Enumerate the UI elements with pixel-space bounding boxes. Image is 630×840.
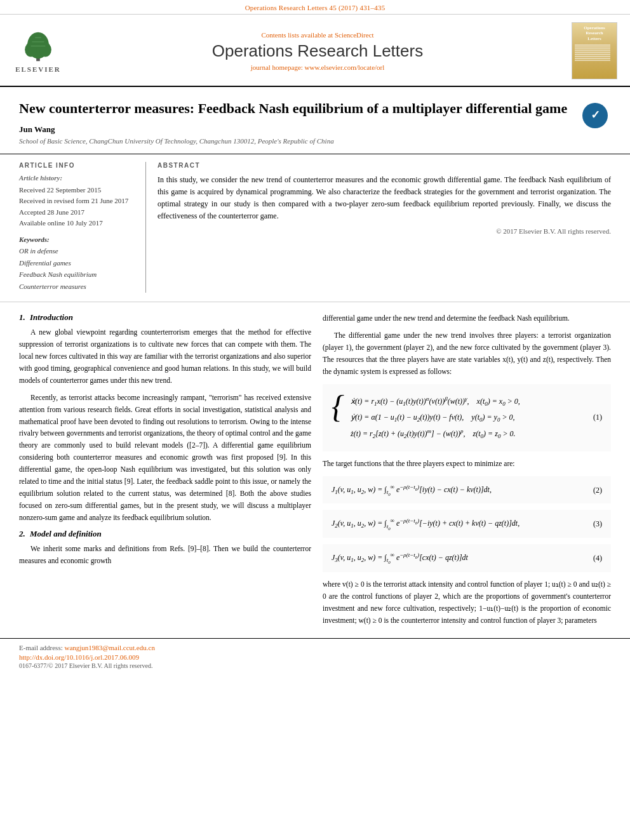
model-para-1: We inherit some marks and definitions fr… xyxy=(19,543,311,567)
page-wrapper: Operations Research Letters 45 (2017) 43… xyxy=(0,0,630,840)
svg-point-2 xyxy=(25,43,37,57)
right-para-3: where v(t) ≥ 0 is the terrorist attack i… xyxy=(323,578,611,627)
journal-title-big: Operations Research Letters xyxy=(70,41,565,61)
eq3-number: (3) xyxy=(593,516,602,531)
intro-section-title: 1. Introduction xyxy=(19,312,311,323)
copyright-notice: © 2017 Elsevier B.V. All rights reserved… xyxy=(158,227,611,235)
received-revised-date: Received in revised form 21 June 2017 xyxy=(19,196,137,207)
svg-point-3 xyxy=(39,43,51,57)
journal-top-bar: Operations Research Letters 45 (2017) 43… xyxy=(0,0,630,15)
author-name: Jun Wang xyxy=(19,124,611,135)
main-right-col: differential game under the new trend an… xyxy=(323,312,611,632)
right-intro-text: differential game under the new trend an… xyxy=(323,312,611,324)
eq1-line3: ż(t) = r2[z(t) + (u2(t)y(t))m] − (w(t))p… xyxy=(351,425,587,442)
sciencedirect-link: Contents lists available at ScienceDirec… xyxy=(70,31,565,39)
crossmark-icon: ✓ xyxy=(582,103,608,128)
eq1-number: (1) xyxy=(593,413,602,422)
equation-1-block: { ẋ(t) = r1x(t) − (u1(t)y(t))α(v(t))β(w(… xyxy=(323,384,611,451)
main-left-col: 1. Introduction A new global viewpoint r… xyxy=(19,312,311,632)
keyword-2: Differential games xyxy=(19,257,137,269)
eq1-line2: ẏ(t) = α(1 − u1(t) − u2(t))y(t) − fv(t),… xyxy=(351,410,587,425)
author-affiliation: School of Basic Science, ChangChun Unive… xyxy=(19,137,611,145)
received-date: Received 22 September 2015 xyxy=(19,185,137,196)
keyword-1: OR in defense xyxy=(19,245,137,257)
journal-cover-thumbnail: OperationsResearchLetters xyxy=(572,22,617,79)
elsevier-logo: ELSEVIER xyxy=(13,29,64,73)
equation-3-block: J2(v, u1, u2, w) = ∫t0∞ e−ρ(t−t0)[−iy(t)… xyxy=(323,510,611,538)
footer-issn: 0167-6377/© 2017 Elsevier B.V. All right… xyxy=(19,662,611,669)
article-info-label: Article Info xyxy=(19,162,137,169)
footer-email: E-mail address: wangjun1983@mail.ccut.ed… xyxy=(19,644,611,651)
elsevier-text: ELSEVIER xyxy=(15,65,61,73)
footer-section: E-mail address: wangjun1983@mail.ccut.ed… xyxy=(0,638,630,674)
right-para-2: The target functions that the three play… xyxy=(323,458,611,470)
abstract-col: Abstract In this study, we consider the … xyxy=(146,162,611,293)
abstract-label: Abstract xyxy=(158,162,611,169)
journal-homepage: journal homepage: www.elsevier.com/locat… xyxy=(70,63,565,71)
equation-lines: ẋ(t) = r1x(t) − (u1(t)y(t))α(v(t))β(w(t)… xyxy=(351,393,587,443)
email-address[interactable]: wangjun1983@mail.ccut.edu.cn xyxy=(64,644,154,651)
available-online-date: Available online 10 July 2017 xyxy=(19,218,137,229)
header-section: ELSEVIER Contents lists available at Sci… xyxy=(0,15,630,87)
header-center: Contents lists available at ScienceDirec… xyxy=(70,31,565,71)
eq1-line1: ẋ(t) = r1x(t) − (u1(t)y(t))α(v(t))β(w(t)… xyxy=(351,393,587,410)
sciencedirect-name[interactable]: ScienceDirect xyxy=(335,31,374,39)
article-title: New counterterror measures: Feedback Nas… xyxy=(19,100,611,118)
model-section-title: 2. Model and definition xyxy=(19,529,311,539)
homepage-url[interactable]: www.elsevier.com/locate/orl xyxy=(305,63,385,71)
keywords-label: Keywords: xyxy=(19,236,137,243)
intro-para-2: Recently, as terrorist attacks become in… xyxy=(19,392,311,524)
journal-volume-info: Operations Research Letters 45 (2017) 43… xyxy=(245,4,385,11)
crossmark-badge[interactable]: ✓ xyxy=(579,100,611,131)
brace-symbol: { xyxy=(332,390,344,422)
keyword-3: Feedback Nash equilibrium xyxy=(19,269,137,281)
equation-2-block: J1(v, u1, u2, w) = ∫t0∞ e−ρ(t−t0)[iy(t) … xyxy=(323,476,611,504)
accepted-date: Accepted 28 June 2017 xyxy=(19,207,137,218)
intro-para-1: A new global viewpoint regarding counter… xyxy=(19,326,311,387)
elsevier-tree-icon xyxy=(19,29,57,63)
eq2-text: J1(v, u1, u2, w) = ∫t0∞ e−ρ(t−t0)[iy(t) … xyxy=(332,481,492,499)
article-section: New counterterror measures: Feedback Nas… xyxy=(0,87,630,145)
eq4-number: (4) xyxy=(593,550,602,566)
article-info-section: Article Info Article history: Received 2… xyxy=(0,154,630,293)
footer-doi[interactable]: http://dx.doi.org/10.1016/j.orl.2017.06.… xyxy=(19,653,611,661)
keyword-4: Counterterror measures xyxy=(19,281,137,293)
right-para-1: The differential game under the new tren… xyxy=(323,330,611,378)
equation-4-block: J3(v, u1, u2, w) = ∫t0∞ e−ρ(t−t0)[cx(t) … xyxy=(323,544,611,572)
eq2-number: (2) xyxy=(593,483,602,498)
cover-title: OperationsResearchLetters xyxy=(584,25,605,41)
eq3-text: J2(v, u1, u2, w) = ∫t0∞ e−ρ(t−t0)[−iy(t)… xyxy=(332,515,519,533)
history-label: Article history: xyxy=(19,174,137,182)
abstract-text: In this study, we consider the new trend… xyxy=(158,174,611,223)
article-info-col: Article Info Article history: Received 2… xyxy=(19,162,146,293)
eq4-text: J3(v, u1, u2, w) = ∫t0∞ e−ρ(t−t0)[cx(t) … xyxy=(332,549,468,567)
main-content: 1. Introduction A new global viewpoint r… xyxy=(0,302,630,632)
